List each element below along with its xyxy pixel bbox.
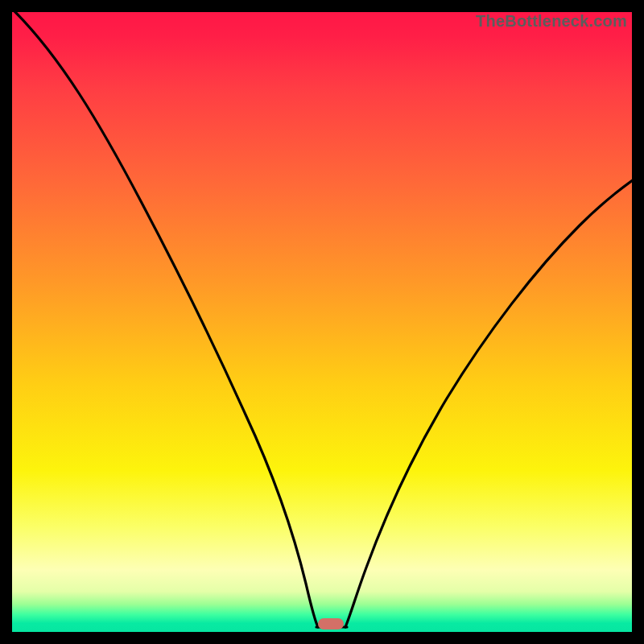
optimum-marker xyxy=(318,618,344,630)
chart-frame: TheBottleneck.com xyxy=(0,0,644,644)
bottleneck-curve xyxy=(12,12,632,632)
plot-area: TheBottleneck.com xyxy=(12,12,632,632)
curve-left-branch xyxy=(12,12,318,627)
curve-right-branch xyxy=(345,180,632,627)
watermark-text: TheBottleneck.com xyxy=(476,12,627,31)
